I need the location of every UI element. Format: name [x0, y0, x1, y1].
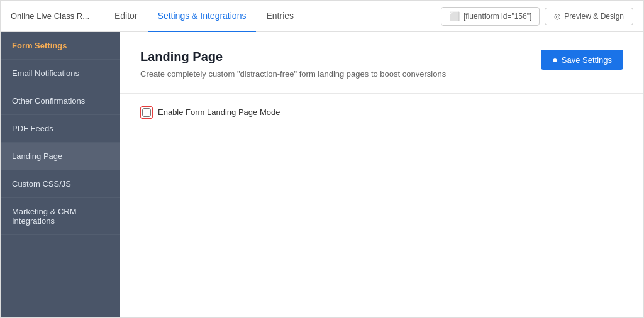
sidebar-custom-css-js-label: Custom CSS/JS [12, 179, 71, 189]
page-description: Create completely custom "distraction-fr… [140, 68, 446, 80]
enable-landing-page-checkbox[interactable] [142, 108, 151, 117]
nav-actions: ⬜ [fluentform id="156"] ◎ Preview & Desi… [441, 7, 633, 26]
sidebar-form-settings-label: Form Settings [12, 41, 67, 50]
tab-settings[interactable]: Settings & Integrations [148, 1, 257, 32]
page-title: Landing Page [140, 50, 446, 64]
content-divider [120, 93, 643, 94]
enable-landing-page-label[interactable]: Enable Form Landing Page Mode [158, 107, 280, 117]
top-nav: Online Live Class R... Editor Settings &… [1, 1, 643, 32]
sidebar-item-landing-page[interactable]: Landing Page [1, 143, 120, 170]
sidebar-item-marketing-crm[interactable]: Marketing & CRM Integrations [1, 198, 120, 235]
preview-icon: ◎ [554, 12, 560, 21]
sidebar-item-custom-css-js[interactable]: Custom CSS/JS [1, 170, 120, 198]
sidebar-marketing-crm-label: Marketing & CRM Integrations [12, 207, 77, 226]
main-layout: Form Settings Email Notifications Other … [1, 32, 643, 317]
tab-entries[interactable]: Entries [256, 1, 304, 32]
sidebar-other-confirmations-label: Other Confirmations [12, 96, 85, 106]
save-icon: ● [552, 55, 557, 65]
checkbox-highlight [140, 106, 153, 119]
fluent-form-icon: ⬜ [449, 11, 460, 21]
enable-landing-page-container: Enable Form Landing Page Mode [140, 106, 623, 119]
fluent-form-id: [fluentform id="156"] [464, 12, 531, 21]
tab-editor[interactable]: Editor [104, 1, 148, 32]
sidebar-item-pdf-feeds[interactable]: PDF Feeds [1, 115, 120, 143]
app-logo: Online Live Class R... [11, 11, 89, 21]
fluent-form-badge[interactable]: ⬜ [fluentform id="156"] [441, 7, 540, 26]
sidebar-item-other-confirmations[interactable]: Other Confirmations [1, 87, 120, 115]
content-area: Landing Page Create completely custom "d… [120, 32, 643, 317]
preview-button-label: Preview & Design [564, 12, 624, 21]
sidebar-item-email-notifications[interactable]: Email Notifications [1, 60, 120, 87]
content-title-group: Landing Page Create completely custom "d… [140, 50, 446, 80]
content-header: Landing Page Create completely custom "d… [140, 50, 623, 80]
sidebar-pdf-feeds-label: PDF Feeds [12, 124, 53, 133]
save-settings-label: Save Settings [562, 55, 612, 65]
preview-design-button[interactable]: ◎ Preview & Design [545, 8, 633, 25]
nav-tabs: Editor Settings & Integrations Entries [104, 1, 441, 31]
sidebar-item-form-settings[interactable]: Form Settings [1, 32, 120, 60]
sidebar: Form Settings Email Notifications Other … [1, 32, 120, 317]
save-settings-button[interactable]: ● Save Settings [541, 50, 623, 70]
sidebar-landing-page-label: Landing Page [12, 151, 62, 161]
sidebar-email-notifications-label: Email Notifications [12, 69, 79, 78]
